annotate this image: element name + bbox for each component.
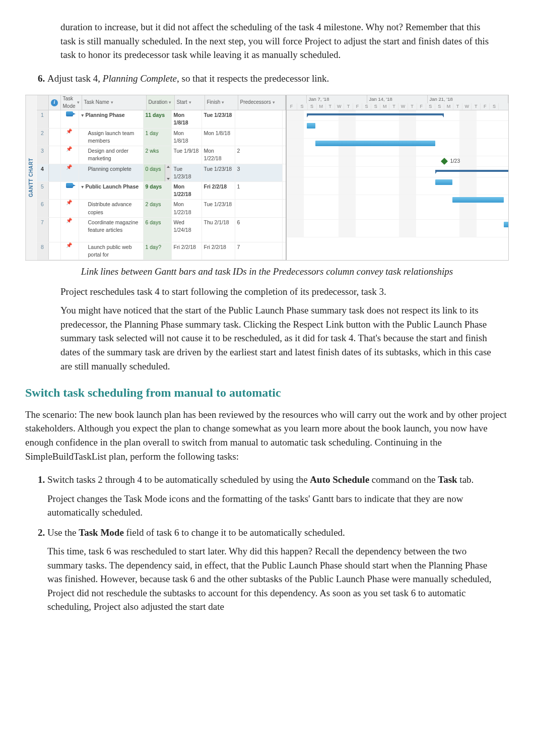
table-row[interactable]: 5Public Launch Phase9 daysMon 1/22/18Fri… bbox=[37, 182, 286, 200]
duration-cell[interactable]: 6 days bbox=[144, 218, 172, 242]
predecessors-cell[interactable]: 7 bbox=[235, 242, 283, 260]
duration-cell[interactable]: 2 wks bbox=[144, 146, 172, 163]
duration-cell[interactable]: 0 days bbox=[144, 164, 172, 181]
start-cell[interactable]: Mon 1/22/18 bbox=[172, 200, 202, 217]
task-name-text: Planning Phase bbox=[86, 111, 125, 119]
finish-cell[interactable]: Thu 2/1/18 bbox=[202, 218, 235, 242]
timeline-day: W bbox=[398, 103, 408, 110]
col-header-duration[interactable]: Duration bbox=[147, 95, 175, 110]
nonworking-shade bbox=[459, 177, 477, 195]
task-name-cell[interactable]: Coordinate magazine feature articles bbox=[79, 218, 144, 242]
duration-cell[interactable]: 1 day? bbox=[144, 242, 172, 260]
table-row[interactable]: 6Distribute advance copies2 daysMon 1/22… bbox=[37, 200, 286, 217]
predecessors-cell[interactable]: 3 bbox=[235, 164, 283, 181]
predecessors-cell[interactable] bbox=[235, 200, 283, 217]
info-cell bbox=[49, 182, 61, 199]
timeline-day: W bbox=[462, 103, 472, 110]
table-row[interactable]: 4Planning complete0 daysTue 1/23/18Tue 1… bbox=[37, 164, 286, 182]
task-name-cell[interactable]: Assign launch team members bbox=[79, 129, 144, 146]
paragraph-intro: duration to increase, but it did not aff… bbox=[60, 20, 494, 62]
table-row[interactable]: 8Launch public web portal for1 day?Fri 2… bbox=[37, 242, 286, 260]
predecessors-cell[interactable] bbox=[235, 110, 283, 128]
predecessors-cell[interactable] bbox=[235, 129, 283, 146]
gantt-task-bar[interactable] bbox=[435, 179, 452, 185]
auto-schedule-icon bbox=[66, 183, 73, 188]
task-mode-cell[interactable] bbox=[61, 182, 79, 199]
gantt-milestone[interactable] bbox=[440, 158, 447, 165]
task-name-cell[interactable]: Launch public web portal for bbox=[79, 242, 144, 260]
task-name-cell[interactable]: Planning Phase bbox=[79, 110, 144, 128]
start-cell[interactable]: Mon 1/22/18 bbox=[172, 182, 202, 199]
manual-schedule-icon bbox=[66, 130, 73, 135]
task-name-cell[interactable]: Design and order marketing bbox=[79, 146, 144, 163]
task-name-text: Distribute advance copies bbox=[88, 201, 141, 216]
nonworking-shade bbox=[459, 167, 477, 177]
timeline-day: S bbox=[297, 103, 308, 110]
gantt-task-bar[interactable] bbox=[452, 197, 504, 203]
gantt-summary-bar[interactable] bbox=[307, 113, 444, 115]
col-header-taskmode[interactable]: Task Mode bbox=[61, 95, 82, 110]
gantt-task-bar[interactable] bbox=[307, 123, 315, 129]
gantt-bar-row bbox=[287, 220, 508, 237]
info-cell bbox=[49, 200, 61, 217]
finish-cell[interactable]: Tue 1/23/18 bbox=[202, 110, 235, 128]
predecessors-cell[interactable]: 6 bbox=[235, 218, 283, 242]
col-header-taskname[interactable]: Task Name bbox=[82, 95, 147, 110]
start-cell[interactable]: Mon 1/8/18 bbox=[172, 129, 202, 146]
timeline-day: M bbox=[380, 103, 389, 110]
step-6-text-b: , so that it respects the predecessor li… bbox=[177, 73, 329, 84]
start-cell[interactable]: Mon 1/8/18 bbox=[172, 110, 202, 128]
start-cell[interactable]: Tue 1/9/18 bbox=[172, 146, 202, 163]
nonworking-shade bbox=[459, 156, 477, 166]
task-mode-cell[interactable] bbox=[61, 129, 79, 146]
gantt-summary-bar[interactable] bbox=[435, 170, 508, 172]
finish-cell[interactable]: Fri 2/2/18 bbox=[202, 242, 235, 260]
nonworking-shade bbox=[339, 110, 356, 120]
start-cell[interactable]: Tue 1/23/18 bbox=[172, 164, 202, 181]
table-row[interactable]: 3Design and order marketing2 wksTue 1/9/… bbox=[37, 146, 286, 164]
table-row[interactable]: 7Coordinate magazine feature articles6 d… bbox=[37, 218, 286, 242]
gantt-task-bar[interactable] bbox=[315, 141, 435, 146]
col-header-predecessors[interactable]: Predecessors bbox=[238, 95, 286, 110]
col-header-start[interactable]: Start bbox=[175, 95, 205, 110]
finish-cell[interactable]: Mon 1/8/18 bbox=[202, 129, 235, 146]
task-mode-cell[interactable] bbox=[61, 200, 79, 217]
task-mode-cell[interactable] bbox=[61, 164, 79, 181]
collapse-toggle-icon[interactable] bbox=[81, 183, 86, 191]
row-number: 2 bbox=[37, 129, 49, 146]
task-mode-cell[interactable] bbox=[61, 110, 79, 128]
duration-cell[interactable]: 11 days bbox=[144, 110, 172, 128]
finish-cell[interactable]: Tue 1/23/18 bbox=[202, 200, 235, 217]
finish-cell[interactable]: Fri 2/2/18 bbox=[202, 182, 235, 199]
task-mode-cell[interactable] bbox=[61, 242, 79, 260]
predecessors-cell[interactable]: 2 bbox=[235, 146, 283, 163]
finish-cell[interactable]: Tue 1/23/18 bbox=[202, 164, 235, 181]
gantt-bar-row bbox=[287, 139, 508, 156]
task-name-cell[interactable]: Planning complete bbox=[79, 164, 144, 181]
task-mode-cell[interactable] bbox=[61, 146, 79, 163]
table-row[interactable]: 1Planning Phase11 daysMon 1/8/18Tue 1/23… bbox=[37, 110, 286, 128]
scenario-paragraph: The scenario: The new book launch plan h… bbox=[25, 408, 509, 463]
col-header-predecessors-label: Predecessors bbox=[240, 99, 271, 106]
duration-cell[interactable]: 9 days bbox=[144, 182, 172, 199]
gantt-task-bar[interactable] bbox=[504, 222, 508, 227]
timeline-day: S bbox=[362, 103, 371, 110]
start-cell[interactable]: Fri 2/2/18 bbox=[172, 242, 202, 260]
collapse-toggle-icon[interactable] bbox=[81, 111, 86, 119]
paragraph-after-fig-1: Project reschedules task 4 to start foll… bbox=[60, 285, 494, 299]
task-name-cell[interactable]: Public Launch Phase bbox=[79, 182, 144, 199]
start-cell[interactable]: Wed 1/24/18 bbox=[172, 218, 202, 242]
info-icon: i bbox=[51, 99, 58, 106]
duration-cell[interactable]: 2 days bbox=[144, 200, 172, 217]
step-2-mid: field of task 6 to change it to be autom… bbox=[124, 527, 345, 538]
duration-cell[interactable]: 1 day bbox=[144, 129, 172, 146]
col-header-finish[interactable]: Finish bbox=[205, 95, 238, 110]
task-name-cell[interactable]: Distribute advance copies bbox=[79, 200, 144, 217]
table-row[interactable]: 2Assign launch team members1 dayMon 1/8/… bbox=[37, 129, 286, 146]
col-header-duration-label: Duration bbox=[149, 99, 168, 106]
predecessors-cell[interactable]: 1 bbox=[235, 182, 283, 199]
duration-stepper[interactable] bbox=[165, 164, 171, 181]
task-mode-cell[interactable] bbox=[61, 218, 79, 242]
finish-cell[interactable]: Mon 1/22/18 bbox=[202, 146, 235, 163]
col-header-taskname-label: Task Name bbox=[84, 99, 109, 106]
